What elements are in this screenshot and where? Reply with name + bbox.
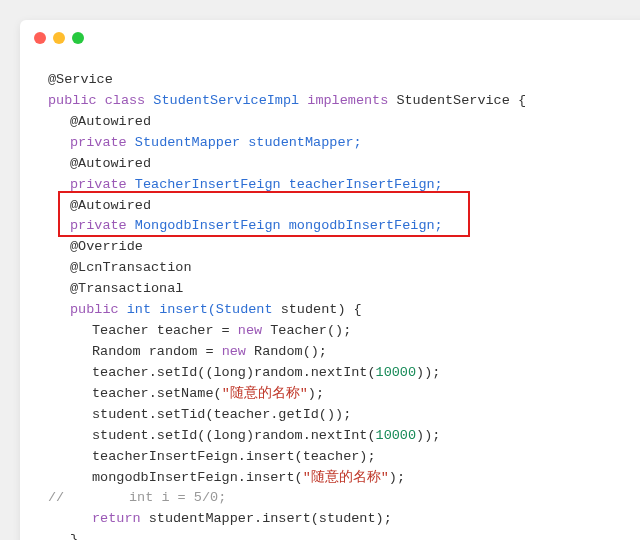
type-name: MongodbInsertFeign — [135, 218, 281, 233]
keyword: public — [70, 302, 119, 317]
code-line: private MongodbInsertFeign mongodbInsert… — [48, 216, 640, 237]
code-window: @Service public class StudentServiceImpl… — [20, 20, 640, 540]
keyword: private — [70, 135, 127, 150]
keyword: return — [92, 511, 141, 526]
keyword: private — [70, 218, 127, 233]
code-line: return studentMapper.insert(student); — [48, 509, 640, 530]
number: 10000 — [376, 365, 417, 380]
return-type: int — [127, 302, 151, 317]
field-name: teacherInsertFeign; — [289, 177, 443, 192]
code-line: teacher.setName("随意的名称"); — [48, 384, 640, 405]
type-name: StudentServiceImpl — [153, 93, 299, 108]
keyword: new — [238, 323, 262, 338]
code-line: @Autowired — [48, 196, 640, 217]
field-name: mongodbInsertFeign; — [289, 218, 443, 233]
string-literal: "随意的名称" — [222, 386, 308, 401]
code-line: @Transactional — [48, 279, 640, 300]
code-line: @Override — [48, 237, 640, 258]
string-literal: "随意的名称" — [303, 470, 389, 485]
text: ); — [389, 470, 405, 485]
code-line: student.setTid(teacher.getId()); — [48, 405, 640, 426]
text: teacher.setId((long)random.nextInt( — [92, 365, 376, 380]
keyword: class — [105, 93, 146, 108]
method-name: insert(Student — [159, 302, 272, 317]
text: )); — [416, 428, 440, 443]
text: student.setTid(teacher.getId()); — [92, 407, 351, 422]
text: mongodbInsertFeign.insert( — [92, 470, 303, 485]
code-line: @Autowired — [48, 154, 640, 175]
text: teacherInsertFeign.insert(teacher); — [92, 449, 376, 464]
code-line: public class StudentServiceImpl implemen… — [48, 91, 640, 112]
type-name: TeacherInsertFeign — [135, 177, 281, 192]
text: Teacher teacher = — [92, 323, 238, 338]
type-name: StudentMapper — [135, 135, 240, 150]
code-line: private StudentMapper studentMapper; — [48, 133, 640, 154]
code-line: // int i = 5/0; — [48, 488, 640, 509]
code-line: mongodbInsertFeign.insert("随意的名称"); — [48, 468, 640, 489]
text: )); — [416, 365, 440, 380]
text: studentMapper.insert(student); — [141, 511, 392, 526]
code-viewport[interactable]: @Service public class StudentServiceImpl… — [20, 56, 640, 540]
keyword: implements — [307, 93, 388, 108]
number: 10000 — [376, 428, 417, 443]
annotation: @Autowired — [70, 114, 151, 129]
annotation: @Override — [70, 239, 143, 254]
titlebar — [20, 20, 640, 56]
code-line: student.setId((long)random.nextInt(10000… — [48, 426, 640, 447]
code-line: teacher.setId((long)random.nextInt(10000… — [48, 363, 640, 384]
code-line: @Autowired — [48, 112, 640, 133]
text: student.setId((long)random.nextInt( — [92, 428, 376, 443]
annotation: @Transactional — [70, 281, 183, 296]
annotation: @Service — [48, 72, 113, 87]
annotation: @Autowired — [70, 156, 151, 171]
interface-name: StudentService { — [396, 93, 526, 108]
text: ); — [308, 386, 324, 401]
minimize-icon[interactable] — [53, 32, 65, 44]
maximize-icon[interactable] — [72, 32, 84, 44]
code-line: private TeacherInsertFeign teacherInsert… — [48, 175, 640, 196]
close-icon[interactable] — [34, 32, 46, 44]
code-line: Random random = new Random(); — [48, 342, 640, 363]
brace: } — [70, 532, 78, 540]
code-line: @LcnTransaction — [48, 258, 640, 279]
text: Random(); — [246, 344, 327, 359]
text: teacher.setName( — [92, 386, 222, 401]
code-line: teacherInsertFeign.insert(teacher); — [48, 447, 640, 468]
text: Teacher(); — [262, 323, 351, 338]
method-param: student) { — [281, 302, 362, 317]
code-line: @Service — [48, 70, 640, 91]
code-line: Teacher teacher = new Teacher(); — [48, 321, 640, 342]
code-line: public int insert(Student student) { — [48, 300, 640, 321]
annotation: @Autowired — [70, 198, 151, 213]
comment: // int i = 5/0; — [48, 490, 226, 505]
keyword: new — [222, 344, 246, 359]
field-name: studentMapper; — [248, 135, 361, 150]
keyword: public — [48, 93, 97, 108]
code-line: } — [48, 530, 640, 540]
annotation: @LcnTransaction — [70, 260, 192, 275]
text: Random random = — [92, 344, 222, 359]
keyword: private — [70, 177, 127, 192]
